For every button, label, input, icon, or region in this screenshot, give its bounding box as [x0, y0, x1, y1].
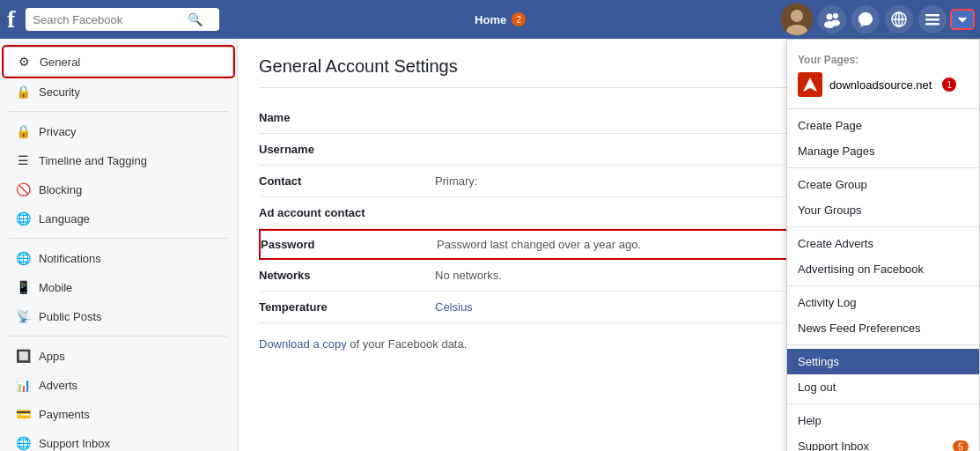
sidebar-item-general[interactable]: ⚙ General: [4, 47, 233, 77]
temperature-label: Temperature: [259, 292, 435, 323]
avatar[interactable]: [781, 4, 813, 35]
networks-label: Networks: [259, 260, 435, 292]
dropdown-pages-section: Your Pages: downloadsource.net 1: [787, 47, 979, 105]
dropdown-divider-3: [787, 226, 979, 227]
public-posts-icon: 📡: [14, 307, 32, 325]
friends-svg: [823, 11, 841, 28]
dropdown-create-page[interactable]: Create Page: [787, 113, 979, 138]
svg-point-3: [827, 14, 833, 20]
dropdown-divider-6: [787, 403, 979, 404]
dropdown-menu: Your Pages: downloadsource.net 1 Create …: [786, 39, 980, 451]
page-logo-svg: [801, 76, 819, 93]
dropdown-create-group[interactable]: Create Group: [787, 172, 979, 197]
dropdown-support-inbox[interactable]: Support Inbox 5: [787, 433, 979, 451]
sidebar-label-blocking: Blocking: [39, 183, 82, 196]
sidebar-item-payments[interactable]: 💳 Payments: [4, 400, 233, 428]
search-input[interactable]: [33, 13, 182, 26]
password-label: Password: [261, 238, 437, 251]
svg-point-1: [791, 10, 803, 22]
sidebar-label-payments: Payments: [39, 408, 90, 421]
sidebar: ⚙ General 🔒 Security 🔒 Privacy ☰ Timelin…: [0, 39, 238, 451]
messenger-svg: [857, 11, 874, 28]
top-navigation: f 🔍 Home 2: [0, 0, 980, 39]
contact-label: Contact: [259, 166, 435, 197]
menu-svg: [924, 11, 941, 28]
dropdown-divider-5: [787, 344, 979, 345]
dropdown-divider-1: [787, 108, 979, 109]
dropdown-divider-2: [787, 167, 979, 168]
avatar-image: [781, 4, 813, 35]
sidebar-label-mobile: Mobile: [39, 281, 72, 294]
dropdown-divider-4: [787, 285, 979, 286]
dropdown-page-item[interactable]: downloadsource.net 1: [787, 68, 979, 101]
your-pages-label: Your Pages:: [787, 50, 979, 68]
ad-account-label: Ad account contact: [259, 197, 435, 229]
adverts-icon: 📊: [14, 376, 32, 394]
svg-rect-13: [925, 23, 939, 26]
dropdown-help[interactable]: Help: [787, 408, 979, 433]
topnav-center: Home 2: [226, 12, 774, 26]
dropdown-create-adverts[interactable]: Create Adverts: [787, 231, 979, 256]
sidebar-item-security[interactable]: 🔒 Security: [4, 78, 233, 106]
support-inbox-icon: 🌐: [14, 434, 32, 451]
messenger-icon[interactable]: [851, 5, 880, 33]
mobile-icon: 📱: [14, 278, 32, 296]
security-icon: 🔒: [14, 83, 32, 100]
sidebar-item-language[interactable]: 🌐 Language: [4, 204, 233, 233]
sidebar-item-mobile[interactable]: 📱 Mobile: [4, 273, 233, 301]
download-link[interactable]: Download a copy: [259, 337, 347, 351]
page-badge: 1: [942, 78, 956, 92]
menu-icon[interactable]: [918, 5, 947, 33]
sidebar-label-adverts: Adverts: [39, 379, 77, 392]
download-suffix: of your Facebook data.: [347, 337, 468, 351]
sidebar-label-public-posts: Public Posts: [39, 310, 102, 323]
friends-icon[interactable]: [818, 5, 846, 33]
sidebar-item-support-inbox[interactable]: 🌐 Support Inbox: [4, 429, 233, 451]
sidebar-label-notifications: Notifications: [39, 252, 101, 265]
dropdown-settings[interactable]: Settings: [787, 349, 979, 374]
privacy-icon: 🔒: [14, 122, 32, 140]
sidebar-item-notifications[interactable]: 🌐 Notifications: [4, 244, 233, 272]
search-icon: 🔍: [188, 12, 203, 26]
facebook-logo: f: [7, 7, 15, 32]
globe-svg: [890, 11, 908, 28]
password-value: Password last changed over a year ago.: [437, 238, 641, 251]
blocking-icon: 🚫: [14, 181, 32, 198]
home-badge: 2: [512, 12, 526, 26]
notifications-icon: 🌐: [14, 249, 32, 267]
globe-icon[interactable]: [885, 5, 913, 33]
dropdown-activity-log[interactable]: Activity Log: [787, 290, 979, 315]
sidebar-item-apps[interactable]: 🔲 Apps: [4, 342, 233, 370]
sidebar-divider-3: [9, 336, 228, 336]
sidebar-divider-2: [9, 238, 228, 239]
svg-marker-14: [803, 78, 817, 92]
sidebar-label-language: Language: [39, 212, 90, 226]
sidebar-item-timeline[interactable]: ☰ Timeline and Tagging: [4, 146, 233, 174]
dropdown-manage-pages[interactable]: Manage Pages: [787, 138, 979, 164]
sidebar-divider-1: [9, 111, 228, 112]
sidebar-label-apps: Apps: [39, 350, 65, 363]
dropdown-log-out[interactable]: Log out: [787, 374, 979, 400]
svg-rect-12: [925, 18, 939, 21]
sidebar-label-support-inbox: Support Inbox: [39, 437, 110, 450]
dropdown-news-feed[interactable]: News Feed Preferences: [787, 315, 979, 341]
home-link[interactable]: Home: [475, 13, 506, 26]
dropdown-button[interactable]: [952, 11, 973, 28]
search-box[interactable]: 🔍: [26, 8, 219, 31]
sidebar-label-security: Security: [39, 85, 80, 99]
timeline-icon: ☰: [14, 152, 32, 169]
sidebar-item-public-posts[interactable]: 📡 Public Posts: [4, 302, 233, 330]
sidebar-item-adverts[interactable]: 📊 Adverts: [4, 371, 233, 399]
dropdown-your-groups[interactable]: Your Groups: [787, 197, 979, 223]
payments-icon: 💳: [14, 405, 32, 423]
dropdown-advertising[interactable]: Advertising on Facebook: [787, 256, 979, 282]
username-label: Username: [259, 134, 435, 166]
chevron-down-icon: [957, 14, 968, 25]
svg-rect-11: [925, 14, 939, 17]
apps-icon: 🔲: [14, 347, 32, 365]
name-label: Name: [259, 102, 435, 134]
page-body: ⚙ General 🔒 Security 🔒 Privacy ☰ Timelin…: [0, 39, 980, 451]
page-icon: [798, 72, 822, 97]
sidebar-item-blocking[interactable]: 🚫 Blocking: [4, 175, 233, 203]
sidebar-item-privacy[interactable]: 🔒 Privacy: [4, 117, 233, 145]
